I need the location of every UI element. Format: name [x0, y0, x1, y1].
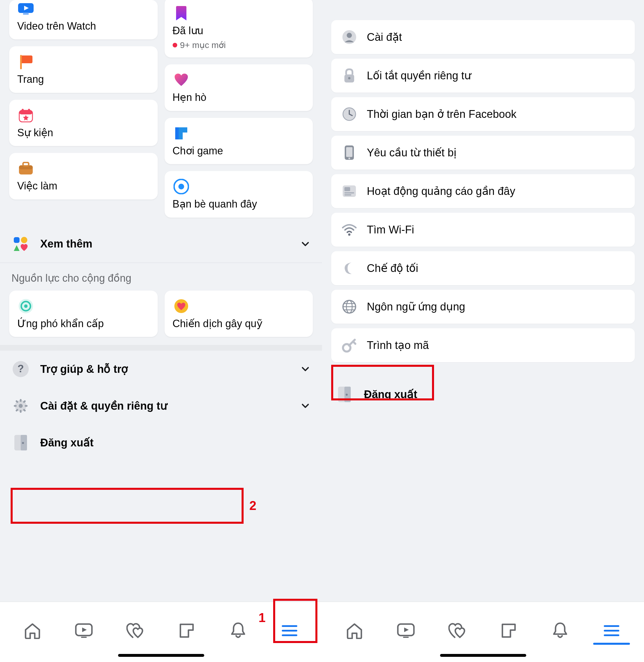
- help-label: Trợ giúp & hỗ trợ: [40, 363, 290, 375]
- card-label: Chơi game: [172, 145, 223, 157]
- card-label: Đã lưu: [172, 25, 203, 37]
- card-nearby-friends[interactable]: Bạn bè quanh đây: [165, 171, 313, 217]
- svg-rect-14: [14, 237, 20, 243]
- bookmark-icon: [172, 5, 190, 22]
- card-label: Bạn bè quanh đây: [172, 198, 257, 210]
- community-header: Nguồn lực cho cộng đồng: [0, 263, 322, 291]
- row-code-generator[interactable]: Trình tạo mã: [331, 328, 635, 362]
- row-time-on-facebook[interactable]: Thời gian bạn ở trên Facebook: [331, 97, 635, 131]
- svg-point-19: [24, 304, 28, 308]
- svg-point-45: [348, 77, 350, 79]
- row-label: Lối tắt quyền riêng tư: [367, 69, 471, 82]
- heart-icon: [172, 71, 190, 89]
- card-saved[interactable]: Đã lưu 9+ mục mới: [165, 0, 313, 58]
- shortcut-grid: Video trên Watch Trang Sự kiện: [0, 0, 322, 226]
- flag-icon: [17, 53, 34, 70]
- nav-notifications[interactable]: [221, 618, 255, 644]
- svg-rect-5: [19, 110, 32, 114]
- screen-right-settings: Cài đặt Lối tắt quyền riêng tư Thời gian…: [322, 0, 644, 662]
- card-sub-text: 9+ mục mới: [180, 40, 226, 50]
- apps-icon: [12, 235, 30, 253]
- row-find-wifi[interactable]: Tìm Wi-Fi: [331, 213, 635, 247]
- card-gaming[interactable]: Chơi game: [165, 118, 313, 164]
- person-gear-icon: [341, 29, 358, 45]
- svg-point-43: [347, 33, 352, 38]
- card-dating[interactable]: Hẹn hò: [165, 64, 313, 111]
- content-area: Cài đặt Lối tắt quyền riêng tư Thời gian…: [322, 0, 644, 602]
- nav-home[interactable]: [337, 618, 372, 644]
- logout-row[interactable]: Đăng xuất: [0, 424, 322, 461]
- svg-line-65: [353, 341, 355, 344]
- nav-icons: [0, 602, 322, 654]
- active-tab-indicator: [593, 643, 630, 645]
- wifi-icon: [341, 221, 358, 238]
- row-label: Yêu cầu từ thiết bị: [367, 146, 457, 159]
- svg-rect-38: [81, 637, 87, 638]
- grid-col-1: Video trên Watch Trang Sự kiện: [9, 0, 158, 218]
- nav-gaming[interactable]: [169, 618, 204, 644]
- row-settings[interactable]: Cài đặt: [331, 20, 635, 54]
- svg-point-13: [178, 184, 184, 190]
- card-pages[interactable]: Trang: [9, 46, 158, 92]
- card-crisis[interactable]: Ứng phó khẩn cấp: [9, 291, 158, 337]
- door-icon: [335, 385, 353, 403]
- chevron-down-icon: [300, 364, 310, 374]
- svg-rect-11: [175, 127, 179, 139]
- card-fundraiser[interactable]: Chiến dịch gây quỹ: [165, 291, 313, 337]
- moon-icon: [341, 260, 358, 277]
- nav-dating[interactable]: [440, 618, 475, 644]
- card-events[interactable]: Sự kiện: [9, 100, 158, 146]
- nav-notifications[interactable]: [543, 618, 577, 644]
- see-more-row[interactable]: Xem thêm: [0, 226, 322, 262]
- help-support-row[interactable]: ? Trợ giúp & hỗ trợ: [0, 351, 322, 388]
- nav-gaming[interactable]: [491, 618, 526, 644]
- row-label: Trình tạo mã: [367, 339, 429, 352]
- nav-menu-active[interactable]: [594, 618, 629, 644]
- logout-label: Đăng xuất: [40, 436, 310, 449]
- home-indicator: [440, 654, 526, 657]
- heart-coin-icon: [172, 297, 190, 315]
- row-label: Tìm Wi-Fi: [367, 224, 414, 236]
- logout-label: Đăng xuất: [364, 388, 631, 401]
- row-label: Cài đặt: [367, 31, 402, 43]
- svg-point-68: [346, 394, 348, 396]
- row-recent-ads[interactable]: Hoạt động quảng cáo gần đây: [331, 174, 635, 208]
- row-label: Hoạt động quảng cáo gần đây: [367, 185, 515, 197]
- home-indicator: [118, 654, 204, 657]
- row-label: Chế độ tối: [367, 262, 418, 274]
- row-dark-mode[interactable]: Chế độ tối: [331, 251, 635, 285]
- bottom-nav: [0, 602, 322, 662]
- svg-text:?: ?: [18, 363, 24, 375]
- svg-marker-16: [14, 245, 20, 251]
- svg-rect-27: [14, 405, 17, 407]
- logout-row[interactable]: Đăng xuất: [322, 376, 644, 413]
- card-label: Video trên Watch: [17, 20, 96, 32]
- svg-point-15: [21, 237, 27, 243]
- chevron-down-icon: [300, 239, 310, 249]
- settings-label: Cài đặt & quyền riêng tư: [40, 400, 290, 412]
- bottom-nav: [322, 602, 644, 662]
- nav-menu[interactable]: [272, 618, 307, 644]
- nav-dating[interactable]: [118, 618, 153, 644]
- svg-point-24: [19, 404, 23, 408]
- settings-privacy-row[interactable]: Cài đặt & quyền riêng tư: [0, 388, 322, 424]
- nav-watch[interactable]: [67, 618, 101, 644]
- ads-icon: [341, 183, 358, 199]
- key-icon: [341, 337, 358, 354]
- card-label: Hẹn hò: [172, 91, 207, 103]
- nav-watch[interactable]: [389, 618, 423, 644]
- community-grid: Ứng phó khẩn cấp Chiến dịch gây quỹ: [0, 291, 322, 345]
- row-label: Thời gian bạn ở trên Facebook: [367, 108, 516, 120]
- help-icon: ?: [12, 360, 30, 378]
- briefcase-icon: [17, 160, 34, 177]
- card-video-watch[interactable]: Video trên Watch: [9, 0, 158, 39]
- nav-home[interactable]: [15, 618, 50, 644]
- card-jobs[interactable]: Việc làm: [9, 153, 158, 199]
- card-label: Trang: [17, 73, 44, 85]
- phone-icon: [341, 144, 358, 161]
- row-device-requests[interactable]: Yêu cầu từ thiết bị: [331, 136, 635, 170]
- row-privacy-shortcuts[interactable]: Lối tắt quyền riêng tư: [331, 59, 635, 92]
- svg-rect-56: [344, 194, 351, 196]
- new-dot-icon: [172, 43, 177, 47]
- row-app-language[interactable]: Ngôn ngữ ứng dụng: [331, 290, 635, 324]
